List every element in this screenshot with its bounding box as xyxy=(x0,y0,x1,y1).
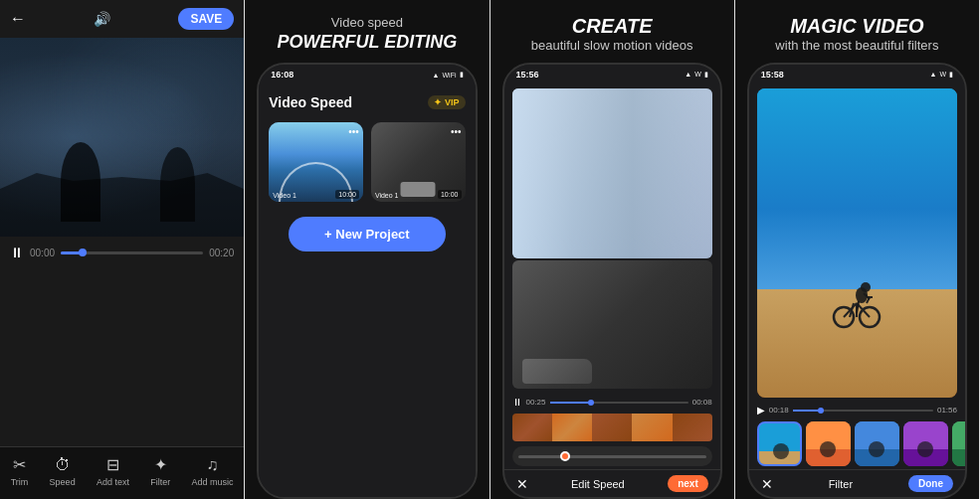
thumb-more-2[interactable]: ••• xyxy=(451,126,462,137)
back-button[interactable]: ← xyxy=(10,10,26,28)
save-button[interactable]: SAVE xyxy=(178,8,234,30)
trim-label: Trim xyxy=(11,477,29,487)
music-label: Add music xyxy=(192,477,234,487)
p4-main-video xyxy=(757,88,957,398)
p3-close-button[interactable]: ✕ xyxy=(516,476,528,492)
thumbnail-2[interactable]: ••• Video 1 10:00 xyxy=(371,122,466,202)
svg-point-14 xyxy=(773,443,789,459)
p4-play-button[interactable]: ▶ xyxy=(757,405,765,416)
panel-editor: ← 🔊 SAVE ⏸ 00:00 00:20 ✂ Trim ⏱ Speed ⊟ … xyxy=(0,0,245,499)
panel3-subtitle: beautiful slow motion videos xyxy=(505,38,719,53)
p4-progress-handle[interactable] xyxy=(818,408,824,414)
thumb-duration-2: 10:00 xyxy=(438,190,462,199)
panel-slow-motion: CREATE beautiful slow motion videos 15:5… xyxy=(490,0,735,499)
wifi-icon-3: W xyxy=(694,71,701,79)
panel2-text: Video speed POWERFUL EDITING xyxy=(245,0,489,63)
trim-tool[interactable]: ✂ Trim xyxy=(11,455,29,487)
play-pause-button[interactable]: ⏸ xyxy=(10,245,24,260)
thumb-more-1[interactable]: ••• xyxy=(348,126,359,137)
text-tool[interactable]: ⊟ Add text xyxy=(97,455,129,487)
playback-controls: ⏸ 00:00 00:20 xyxy=(0,237,244,268)
p3-play-button[interactable]: ⏸ xyxy=(512,397,522,408)
timeline-seg-4 xyxy=(632,414,672,441)
phone-time-3: 15:56 xyxy=(516,70,539,80)
phone-mockup-3: 15:56 ▲ W ▮ ⏸ 00:25 00:08 xyxy=(502,63,722,499)
trim-icon: ✂ xyxy=(13,455,26,474)
time-end: 00:20 xyxy=(209,248,234,258)
cyclist-svg xyxy=(832,275,882,330)
speed-icon: ⏱ xyxy=(55,456,71,474)
p3-progress-bar[interactable] xyxy=(550,402,688,404)
p3-progress-handle[interactable] xyxy=(588,400,594,406)
p3-speed-bar[interactable] xyxy=(512,446,712,466)
filter-normal[interactable] xyxy=(757,421,802,466)
p3-next-button[interactable]: next xyxy=(668,475,708,492)
phone-notch-3: 15:56 ▲ W ▮ xyxy=(504,65,720,84)
signal-icon-2: ▲ xyxy=(433,72,440,79)
video-stack xyxy=(504,84,720,393)
vip-badge: ✦ VIP xyxy=(428,95,465,109)
p4-bottom-bar: ✕ Filter Done xyxy=(749,469,965,497)
svg-rect-25 xyxy=(952,449,965,466)
p3-timeline[interactable] xyxy=(512,414,712,441)
p3-time-end: 00:08 xyxy=(692,398,712,407)
p4-time-end: 01:56 xyxy=(937,406,957,415)
wifi-icon-4: W xyxy=(939,71,946,79)
p4-done-button[interactable]: Done xyxy=(908,475,953,492)
new-project-button[interactable]: + New Project xyxy=(289,217,446,251)
panel4-text: MAGIC VIDEO with the most beautiful filt… xyxy=(735,0,979,63)
timeline-seg-1 xyxy=(512,414,552,441)
filter-warm[interactable] xyxy=(806,421,851,466)
wifi-icon-2: WiFi xyxy=(443,72,457,79)
speed-tool[interactable]: ⏱ Speed xyxy=(50,456,76,487)
svg-rect-24 xyxy=(952,421,965,449)
thumbnail-1[interactable]: ••• Video 1 10:00 xyxy=(269,122,363,202)
music-tool[interactable]: ♫ Add music xyxy=(192,456,234,487)
filter-purple[interactable] xyxy=(903,421,948,466)
speed-label: Speed xyxy=(50,477,76,487)
phone-status-icons-3: ▲ W ▮ xyxy=(685,71,708,79)
editor-header: ← 🔊 SAVE xyxy=(0,0,244,38)
p3-playback-controls: ⏸ 00:25 00:08 xyxy=(504,393,720,412)
phone-notch-2: 16:08 ▲ WiFi ▮ xyxy=(259,65,475,84)
text-icon: ⊟ xyxy=(106,455,119,474)
phone-status-icons-4: ▲ W ▮ xyxy=(929,71,953,79)
car-silhouette xyxy=(522,359,592,384)
timeline-seg-2 xyxy=(552,414,592,441)
signal-icon-3: ▲ xyxy=(685,71,691,79)
p3-bottom-bar: ✕ Edit Speed next xyxy=(504,469,720,497)
battery-icon-3: ▮ xyxy=(704,71,708,79)
p3-speed-track xyxy=(518,455,706,458)
video-speed-title: Video Speed xyxy=(269,94,352,110)
p4-progress-fill xyxy=(793,410,821,412)
timeline-seg-3 xyxy=(592,414,632,441)
editor-toolbar: ✂ Trim ⏱ Speed ⊟ Add text ✦ Filter ♫ Add… xyxy=(0,446,244,499)
phone-time-2: 16:08 xyxy=(271,70,294,80)
filter-tool[interactable]: ✦ Filter xyxy=(150,455,170,487)
p3-progress-fill xyxy=(550,402,592,404)
filter-cool[interactable] xyxy=(855,421,899,466)
video-bottom xyxy=(512,260,712,389)
filter-green[interactable] xyxy=(952,421,965,466)
progress-bar[interactable] xyxy=(61,251,203,254)
editor-spacer xyxy=(0,268,244,446)
p3-speed-handle[interactable] xyxy=(560,451,570,461)
phone-notch-4: 15:58 ▲ W ▮ xyxy=(749,65,965,84)
p4-filter-label: Filter xyxy=(829,478,853,490)
filter-label: Filter xyxy=(150,477,170,487)
thumb-duration-1: 10:00 xyxy=(335,190,359,199)
panel2-subtitle: Video speed xyxy=(260,15,474,30)
p3-edit-label: Edit Speed xyxy=(571,478,625,490)
p4-progress-bar[interactable] xyxy=(793,410,933,412)
audio-button[interactable]: 🔊 xyxy=(94,11,110,27)
phone-mockup-2: 16:08 ▲ WiFi ▮ Video Speed ✦ VIP ••• Vid… xyxy=(257,63,477,499)
timeline-seg-5 xyxy=(673,414,712,441)
time-start: 00:00 xyxy=(30,248,55,258)
phone-mockup-4: 15:58 ▲ W ▮ xyxy=(747,63,967,499)
progress-handle[interactable] xyxy=(79,249,87,256)
video-preview xyxy=(0,38,244,237)
panel-magic-video: MAGIC VIDEO with the most beautiful filt… xyxy=(735,0,980,499)
panel2-title: POWERFUL EDITING xyxy=(260,32,474,53)
p4-close-button[interactable]: ✕ xyxy=(761,476,773,492)
battery-icon-2: ▮ xyxy=(460,71,464,79)
